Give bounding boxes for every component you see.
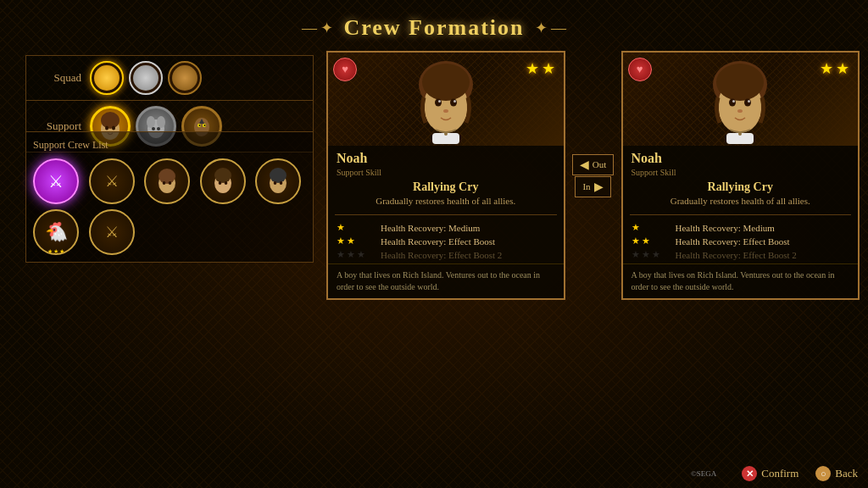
skill-text-left-3: Health Recovery: Effect Boost 2 xyxy=(381,250,502,260)
crew-face-5 xyxy=(263,166,293,197)
skill-name-left: Rallying Cry xyxy=(328,179,564,196)
title-area: — ✦ Crew Formation ✦ — xyxy=(0,0,868,41)
support-skill-label-left: Support Skill xyxy=(328,168,564,179)
skill-row-left-1: ★ Health Recovery: Medium xyxy=(337,222,555,233)
svg-point-32 xyxy=(438,100,441,103)
char-name-left: Noah xyxy=(328,146,564,168)
skill-text-right-1: Health Recovery: Medium xyxy=(676,223,775,233)
in-label: In xyxy=(582,181,590,191)
bottom-bar: ©SEGA ✕ Confirm ○ Back xyxy=(691,466,858,481)
confirm-button[interactable]: ✕ Confirm xyxy=(742,466,798,481)
skill-desc-right: Gradually restores health of all allies. xyxy=(623,196,859,211)
detail-panels-wrapper: ♥ ★ ★ xyxy=(326,51,860,300)
crew-icon-7: ⚔ xyxy=(105,223,119,241)
in-button[interactable]: In ▶ xyxy=(575,176,610,197)
squad-slot-3[interactable] xyxy=(168,61,202,95)
skill-stars-left-3: ★ ★ ★ xyxy=(337,249,374,260)
skill-row-right-1: ★ Health Recovery: Medium xyxy=(632,222,850,233)
skill-stars-left-2: ★ ★ xyxy=(337,236,374,247)
skill-text-left-1: Health Recovery: Medium xyxy=(381,223,480,233)
sega-logo: ©SEGA xyxy=(691,469,716,478)
back-icon: ○ xyxy=(815,466,831,481)
squad-row: Squad xyxy=(25,55,314,101)
svg-point-40 xyxy=(729,98,736,106)
portrait-left: ♥ ★ ★ xyxy=(328,53,564,146)
svg-point-1 xyxy=(101,112,120,129)
squad-slots xyxy=(90,61,202,95)
svg-point-17 xyxy=(163,181,166,185)
support-skill-label-right: Support Skill xyxy=(623,168,859,179)
crew-item-5[interactable] xyxy=(255,158,301,204)
page-title: Crew Formation xyxy=(343,15,524,41)
crew-item-6[interactable]: 🐔 ★★★ xyxy=(33,209,79,255)
svg-point-43 xyxy=(748,100,750,103)
crew-item-4[interactable] xyxy=(200,158,246,204)
skill-row-right-3: ★ ★ ★ Health Recovery: Effect Boost 2 xyxy=(632,249,850,260)
crew-list-title: Support Crew List xyxy=(33,139,306,152)
svg-point-22 xyxy=(224,181,227,185)
out-button[interactable]: ◀ Out xyxy=(572,154,615,175)
skill-list-left: ★ Health Recovery: Medium ★ ★ Health Rec… xyxy=(328,219,564,263)
crew-item-7[interactable]: ⚔ xyxy=(89,209,135,255)
out-label: Out xyxy=(593,159,607,169)
svg-point-21 xyxy=(218,181,221,185)
svg-point-16 xyxy=(159,169,175,184)
skill-text-left-2: Health Recovery: Effect Boost xyxy=(381,236,495,247)
svg-point-41 xyxy=(744,98,751,106)
title-deco-left: — ✦ xyxy=(302,19,334,37)
svg-point-29 xyxy=(422,64,470,101)
crew-item-1[interactable]: ⚔ xyxy=(33,158,79,204)
corner-badge-left: ♥ xyxy=(333,58,357,81)
portrait-right: ♥ ★ ★ xyxy=(623,53,859,146)
skill-stars-right-1: ★ xyxy=(632,222,669,233)
svg-point-30 xyxy=(435,98,442,106)
svg-point-44 xyxy=(737,109,743,113)
svg-point-24 xyxy=(270,168,287,183)
svg-point-13 xyxy=(199,125,201,126)
svg-point-42 xyxy=(732,100,735,103)
char-bio-left: A boy that lives on Rich Island. Venture… xyxy=(328,263,564,298)
portrait-stars-left: ★ ★ xyxy=(526,59,555,78)
crew-list-panel: Support Crew List ⚔ ⚔ xyxy=(25,131,314,263)
skill-stars-left-1: ★ xyxy=(337,222,374,233)
char-bio-right: A boy that lives on Rich Island. Venture… xyxy=(623,263,859,298)
skill-text-right-3: Health Recovery: Effect Boost 2 xyxy=(676,250,797,260)
portrait-stars-right: ★ ★ xyxy=(820,59,849,78)
svg-point-18 xyxy=(169,181,172,185)
svg-point-3 xyxy=(112,126,115,130)
crew-grid: ⚔ ⚔ xyxy=(33,158,306,255)
char-name-right: Noah xyxy=(623,146,859,168)
crew-item-3[interactable] xyxy=(144,158,190,204)
crew-icon-2: ⚔ xyxy=(105,172,119,191)
skill-row-left-3: ★ ★ ★ Health Recovery: Effect Boost 2 xyxy=(337,249,555,260)
svg-point-34 xyxy=(443,109,448,113)
back-button[interactable]: ○ Back xyxy=(815,466,858,481)
crew-stars-6: ★★★ xyxy=(47,248,64,255)
swap-area: ◀ Out In ▶ xyxy=(572,51,615,300)
crew-face-4 xyxy=(208,166,238,197)
skill-row-left-2: ★ ★ Health Recovery: Effect Boost xyxy=(337,236,555,247)
skill-list-right: ★ Health Recovery: Medium ★ ★ Health Rec… xyxy=(623,219,859,263)
crew-item-2[interactable]: ⚔ xyxy=(89,158,135,204)
svg-point-8 xyxy=(157,127,160,130)
svg-point-36 xyxy=(444,132,448,136)
skill-stars-right-2: ★ ★ xyxy=(632,236,669,247)
skill-name-right: Rallying Cry xyxy=(623,179,859,196)
svg-point-7 xyxy=(152,127,155,130)
squad-label: Squad xyxy=(35,71,81,85)
squad-slot-2[interactable] xyxy=(129,61,163,95)
detail-card-right: ♥ ★ ★ xyxy=(621,51,860,300)
crew-icon-6: 🐔 xyxy=(45,221,68,243)
svg-point-5 xyxy=(147,116,155,128)
skill-desc-left: Gradually restores health of all allies. xyxy=(328,196,564,211)
svg-point-26 xyxy=(280,181,283,185)
squad-slot-1[interactable] xyxy=(90,61,124,95)
portrait-face-svg-right xyxy=(706,55,774,144)
title-deco-right: ✦ — xyxy=(535,19,567,37)
svg-point-6 xyxy=(157,116,165,128)
corner-badge-right: ♥ xyxy=(628,58,652,81)
skill-stars-right-3: ★ ★ ★ xyxy=(632,249,669,260)
crew-face-3 xyxy=(152,166,182,197)
back-label: Back xyxy=(835,467,858,480)
divider-right xyxy=(630,214,852,215)
